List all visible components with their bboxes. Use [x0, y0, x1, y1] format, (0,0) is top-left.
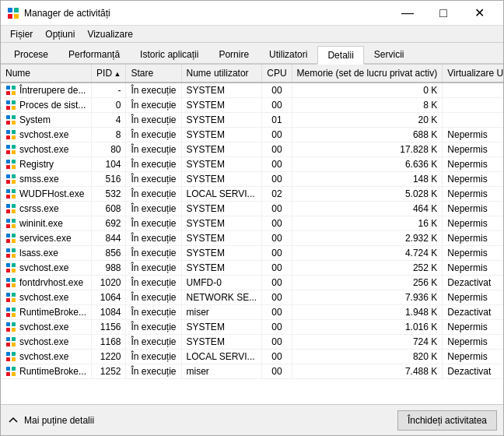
cell-user: SYSTEM	[181, 113, 262, 128]
table-row[interactable]: WUDFHost.exe 532 În execuție LOCAL SERVI…	[1, 187, 503, 202]
table-row[interactable]: services.exe 844 În execuție SYSTEM 00 2…	[1, 231, 503, 246]
cell-memory: 16 K	[292, 216, 443, 231]
svg-rect-72	[6, 337, 10, 341]
table-row[interactable]: svchost.exe 1156 În execuție SYSTEM 00 1…	[1, 320, 503, 335]
table-row[interactable]: RuntimeBroke... 1084 În execuție miser 0…	[1, 305, 503, 320]
svg-rect-74	[6, 343, 10, 346]
cell-memory: 6.636 K	[292, 157, 443, 172]
svg-rect-57	[12, 278, 16, 282]
table-row[interactable]: lsass.exe 856 În execuție SYSTEM 00 4.72…	[1, 246, 503, 261]
table-row[interactable]: csrss.exe 608 În execuție SYSTEM 00 464 …	[1, 202, 503, 216]
col-pid[interactable]: PID	[92, 65, 126, 83]
svg-rect-45	[12, 234, 16, 237]
col-state[interactable]: Stare	[126, 65, 181, 83]
svg-rect-42	[6, 224, 10, 228]
tab-pornire[interactable]: Pornire	[208, 44, 259, 63]
col-uac[interactable]: Virtualizare UAC	[443, 65, 503, 83]
col-memory[interactable]: Memorie (set de lucru privat activ)	[292, 65, 443, 83]
cell-user: SYSTEM	[181, 335, 262, 350]
cell-uac: Dezactivat	[443, 305, 503, 320]
cell-pid: 1252	[92, 364, 126, 379]
process-table: Nume PID Stare Nume utilizator CPU Memor…	[1, 65, 503, 379]
table-row[interactable]: Registry 104 În execuție SYSTEM 00 6.636…	[1, 157, 503, 172]
col-name[interactable]: Nume	[1, 65, 92, 83]
table-row[interactable]: svchost.exe 1064 În execuție NETWORK SE.…	[1, 290, 503, 305]
maximize-button[interactable]: □	[425, 1, 461, 26]
svg-rect-43	[12, 224, 16, 228]
fewer-details-button[interactable]: Mai puține detalii	[7, 414, 94, 427]
process-icon	[5, 248, 16, 258]
svg-rect-46	[6, 239, 10, 243]
svg-rect-71	[12, 328, 16, 332]
cell-pid: 856	[92, 246, 126, 261]
svg-rect-14	[6, 121, 10, 125]
col-user[interactable]: Nume utilizator	[181, 65, 262, 83]
table-row[interactable]: wininit.exe 692 În execuție SYSTEM 00 16…	[1, 216, 503, 231]
cell-uac: Nepermis	[443, 246, 503, 261]
svg-rect-36	[6, 204, 10, 208]
cell-state: În execuție	[126, 202, 181, 216]
cell-state: În execuție	[126, 350, 181, 364]
cell-memory: 256 K	[292, 276, 443, 290]
cell-user: SYSTEM	[181, 157, 262, 172]
table-row[interactable]: fontdrvhost.exe 1020 În execuție UMFD-0 …	[1, 276, 503, 290]
menu-bar: Fișier Opțiuni Vizualizare	[1, 26, 503, 43]
menu-optiuni[interactable]: Opțiuni	[39, 27, 81, 41]
svg-rect-2	[8, 14, 12, 19]
cell-pid: 0	[92, 98, 126, 113]
cell-memory: 1.016 K	[292, 320, 443, 335]
cell-memory: 1.948 K	[292, 305, 443, 320]
tab-procese[interactable]: Procese	[4, 44, 58, 63]
svg-rect-65	[12, 308, 16, 311]
end-task-button[interactable]: Închideți activitatea	[397, 410, 497, 431]
table-row[interactable]: Întrerupere de... - În execuție SYSTEM 0…	[1, 83, 503, 98]
cell-name: svchost.exe	[1, 350, 92, 364]
tab-performanta[interactable]: Performanță	[58, 44, 130, 63]
close-button[interactable]: ✕	[461, 1, 497, 26]
fewer-details-label: Mai puține detalii	[24, 415, 94, 426]
cell-uac: Nepermis	[443, 320, 503, 335]
cell-memory: 0 K	[292, 83, 443, 98]
table-row[interactable]: svchost.exe 1168 În execuție SYSTEM 00 7…	[1, 335, 503, 350]
svg-rect-16	[6, 130, 10, 134]
table-row[interactable]: RuntimeBroke... 1252 În execuție miser 0…	[1, 364, 503, 379]
cell-user: LOCAL SERVI...	[181, 350, 262, 364]
table-row[interactable]: svchost.exe 80 În execuție SYSTEM 00 17.…	[1, 142, 503, 157]
tab-servicii[interactable]: Servicii	[364, 44, 415, 63]
app-icon	[7, 7, 19, 19]
cell-pid: 1168	[92, 335, 126, 350]
minimize-button[interactable]: —	[390, 1, 425, 26]
cell-uac: Nepermis	[443, 231, 503, 246]
svg-rect-33	[12, 189, 16, 193]
svg-rect-73	[12, 337, 16, 341]
table-row[interactable]: svchost.exe 988 În execuție SYSTEM 00 25…	[1, 261, 503, 276]
menu-vizualizare[interactable]: Vizualizare	[81, 27, 138, 41]
cell-pid: 1156	[92, 320, 126, 335]
cell-uac: Dezactivat	[443, 364, 503, 379]
tab-detalii[interactable]: Detalii	[317, 46, 363, 65]
svg-rect-64	[6, 308, 10, 311]
table-row[interactable]: svchost.exe 8 În execuție SYSTEM 00 688 …	[1, 128, 503, 142]
svg-rect-81	[12, 367, 16, 371]
table-container[interactable]: Nume PID Stare Nume utilizator CPU Memor…	[1, 65, 503, 404]
cell-cpu: 00	[262, 172, 292, 187]
cell-memory: 7.936 K	[292, 290, 443, 305]
svg-rect-11	[12, 106, 16, 110]
process-icon	[5, 351, 16, 362]
tab-istoric[interactable]: Istoric aplicații	[130, 44, 208, 63]
process-icon	[5, 188, 16, 199]
table-row[interactable]: smss.exe 516 În execuție SYSTEM 00 148 K…	[1, 172, 503, 187]
tab-utilizatori[interactable]: Utilizatori	[259, 44, 317, 63]
svg-rect-31	[12, 180, 16, 184]
svg-rect-70	[6, 328, 10, 332]
table-row[interactable]: Proces de sist... 0 În execuție SYSTEM 0…	[1, 98, 503, 113]
col-cpu[interactable]: CPU	[262, 65, 292, 83]
cell-pid: 104	[92, 157, 126, 172]
cell-user: SYSTEM	[181, 98, 262, 113]
table-row[interactable]: System 4 În execuție SYSTEM 01 20 K	[1, 113, 503, 128]
svg-rect-6	[6, 91, 10, 95]
menu-fisier[interactable]: Fișier	[4, 27, 39, 41]
svg-rect-48	[6, 248, 10, 252]
cell-uac	[443, 98, 503, 113]
table-row[interactable]: svchost.exe 1220 În execuție LOCAL SERVI…	[1, 350, 503, 364]
